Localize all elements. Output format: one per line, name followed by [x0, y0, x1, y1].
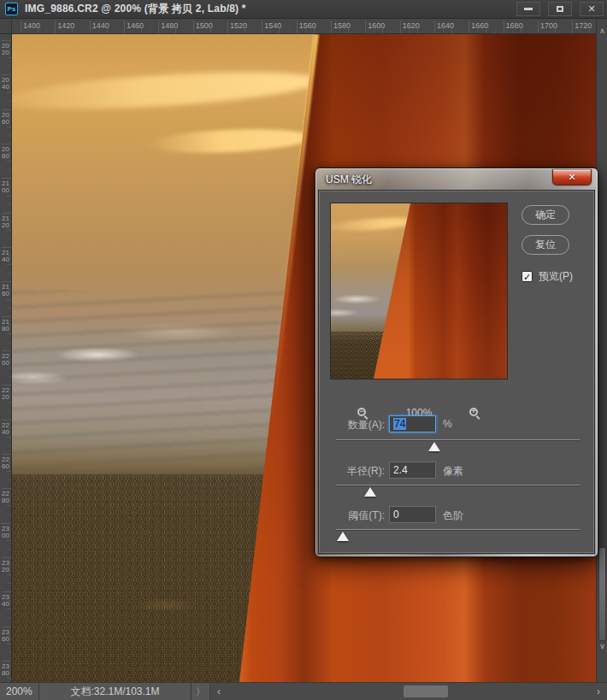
amount-field-row: 数量(A): 74 % — [320, 415, 593, 432]
document-size-info: 文档:32.1M/103.1M — [39, 683, 192, 700]
amount-slider[interactable] — [336, 439, 580, 451]
light-streak — [12, 65, 321, 115]
maximize-icon — [557, 6, 563, 12]
maximize-button[interactable] — [548, 2, 572, 16]
radius-unit: 像素 — [443, 464, 463, 479]
title-bar: Ps IMG_9886.CR2 @ 200% (背景 拷贝 2, Lab/8) … — [0, 0, 607, 19]
scroll-left-icon[interactable]: ‹ — [212, 683, 226, 700]
threshold-field-row: 阈值(T): 0 色阶 — [320, 506, 593, 523]
status-bar: 200% 文档:32.1M/103.1M 〉 ‹ › — [0, 682, 607, 700]
threshold-slider-thumb[interactable] — [337, 532, 349, 541]
vertical-scrollbar-thumb[interactable] — [598, 547, 606, 641]
ruler-horizontal: 1400142014401460148015001520154015601580… — [12, 19, 596, 34]
amount-input[interactable]: 74 — [389, 415, 436, 432]
horizontal-scrollbar-thumb[interactable] — [404, 685, 448, 697]
photoshop-app-icon: Ps — [5, 3, 18, 15]
threshold-unit: 色阶 — [443, 509, 463, 523]
status-flyout-arrow[interactable]: 〉 — [192, 683, 210, 700]
amount-slider-thumb[interactable] — [428, 442, 440, 451]
ruler-vertical: 2000202020402060208021002120214021602180… — [0, 34, 12, 682]
photoshop-window: Ps IMG_9886.CR2 @ 200% (背景 拷贝 2, Lab/8) … — [0, 0, 607, 700]
preview-checkbox-label: 预览(P) — [539, 269, 573, 284]
scroll-up-icon[interactable]: ∧ — [597, 24, 607, 38]
amount-label: 数量(A): — [320, 418, 385, 432]
dialog-title: USM 锐化 — [326, 173, 372, 187]
minimize-icon — [524, 8, 533, 10]
amount-unit: % — [443, 418, 452, 430]
zoom-level-field[interactable]: 200% — [0, 683, 39, 700]
scroll-right-icon[interactable]: › — [592, 683, 605, 700]
radius-input[interactable]: 2.4 — [389, 462, 436, 479]
radius-field-row: 半径(R): 2.4 像素 — [320, 462, 593, 479]
dialog-close-button[interactable]: ✕ — [552, 169, 592, 185]
scroll-down-icon[interactable]: ∨ — [597, 639, 607, 653]
threshold-label: 阈值(T): — [320, 509, 385, 523]
radius-slider[interactable] — [336, 485, 580, 497]
usm-sharpen-dialog: USM 锐化 ✕ − 100% + 确定 复位 — [315, 168, 598, 557]
reset-button[interactable]: 复位 — [522, 235, 569, 255]
radius-label: 半径(R): — [320, 464, 385, 479]
threshold-slider[interactable] — [336, 529, 580, 541]
ok-button[interactable]: 确定 — [522, 205, 569, 225]
document-title: IMG_9886.CR2 @ 200% (背景 拷贝 2, Lab/8) * — [25, 2, 246, 16]
filter-preview[interactable] — [330, 203, 508, 379]
close-button[interactable]: ✕ — [580, 2, 604, 16]
horizontal-scrollbar[interactable]: ‹ › — [210, 683, 607, 700]
minimize-button[interactable] — [516, 2, 540, 16]
radius-slider-thumb[interactable] — [364, 487, 376, 497]
threshold-input[interactable]: 0 — [389, 506, 436, 523]
ruler-corner — [0, 19, 12, 34]
dialog-body: − 100% + 确定 复位 ✓ 预览(P) 数量(A): 74 % — [319, 191, 594, 553]
preview-checkbox[interactable]: ✓ — [522, 271, 533, 282]
light-streak — [147, 126, 312, 156]
